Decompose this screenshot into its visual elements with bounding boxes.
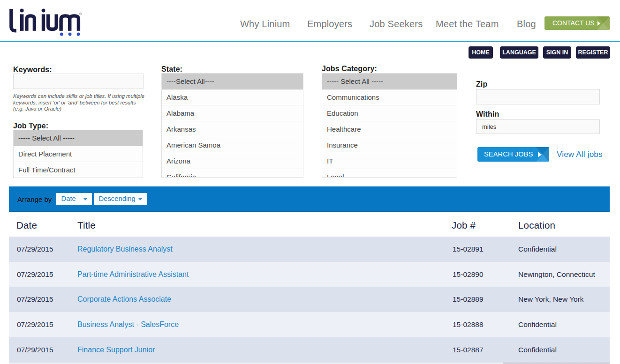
svg-text:R: R xyxy=(80,13,81,15)
